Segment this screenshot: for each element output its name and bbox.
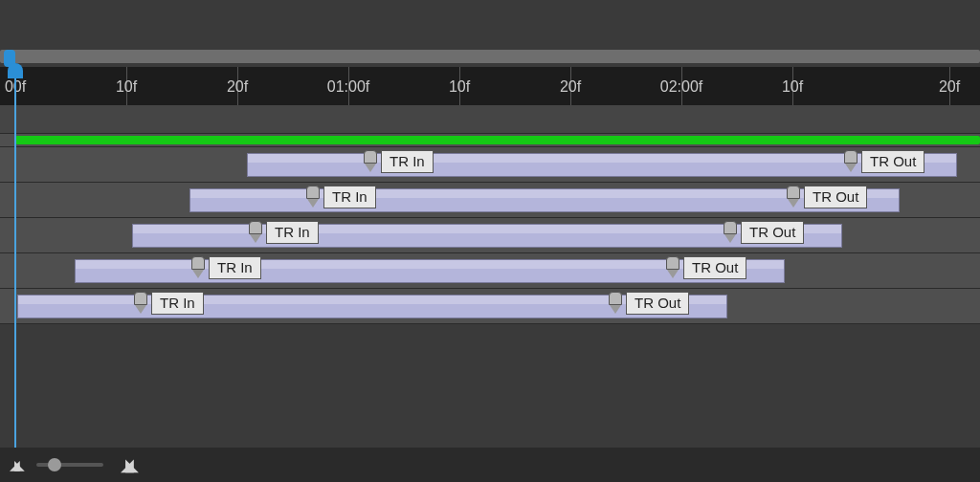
track-row: TR InTR Out bbox=[0, 289, 980, 324]
marker-tr-out[interactable]: TR Out bbox=[607, 292, 689, 317]
marker-label: TR In bbox=[209, 256, 261, 279]
track-row-header bbox=[0, 105, 980, 134]
marker-pin-icon bbox=[664, 256, 681, 281]
playhead-line[interactable] bbox=[14, 67, 16, 448]
track-row: TR InTR Out bbox=[0, 183, 980, 218]
track-row: TR InTR Out bbox=[0, 147, 980, 183]
marker-tr-out[interactable]: TR Out bbox=[785, 186, 867, 210]
marker-pin-icon bbox=[722, 221, 739, 246]
work-area-bar[interactable] bbox=[15, 136, 980, 144]
ruler-tick-label: 20f bbox=[227, 78, 248, 96]
marker-tr-in[interactable]: TR In bbox=[189, 256, 261, 281]
marker-label: TR Out bbox=[861, 150, 924, 173]
ruler-tick-label: 01:00f bbox=[327, 78, 369, 96]
marker-tr-out[interactable]: TR Out bbox=[722, 221, 804, 246]
ruler-tick-label: 10f bbox=[116, 78, 137, 96]
zoom-slider-knob[interactable] bbox=[48, 458, 61, 471]
marker-pin-icon bbox=[189, 256, 207, 281]
marker-pin-icon bbox=[842, 150, 859, 175]
empty-tracks-area bbox=[0, 325, 980, 448]
zoom-slider[interactable] bbox=[36, 463, 103, 467]
ruler-tick-label: 20f bbox=[560, 78, 581, 96]
work-area-row bbox=[0, 134, 980, 147]
marker-tr-in[interactable]: TR In bbox=[304, 186, 376, 210]
marker-pin-icon bbox=[304, 186, 322, 210]
zoom-out-icon[interactable]: ◢◣ bbox=[10, 457, 19, 472]
marker-tr-in[interactable]: TR In bbox=[247, 221, 319, 246]
scrubber-track[interactable] bbox=[0, 50, 980, 63]
marker-tr-in[interactable]: TR In bbox=[362, 150, 434, 175]
marker-pin-icon bbox=[132, 292, 149, 317]
marker-pin-icon bbox=[785, 186, 802, 210]
marker-label: TR Out bbox=[741, 221, 804, 244]
marker-tr-in[interactable]: TR In bbox=[132, 292, 204, 317]
track-row: TR InTR Out bbox=[0, 218, 980, 253]
ruler-tick-label: 20f bbox=[939, 78, 960, 96]
playhead-handle[interactable] bbox=[8, 63, 23, 78]
marker-pin-icon bbox=[362, 150, 379, 175]
marker-tr-out[interactable]: TR Out bbox=[842, 150, 924, 175]
marker-label: TR In bbox=[323, 186, 376, 208]
track-row: TR InTR Out bbox=[0, 253, 980, 289]
time-ruler[interactable]: 00f10f20f01:00f10f20f02:00f10f20f bbox=[0, 67, 980, 105]
bottom-toolbar: ◢◣ ◢◣ bbox=[0, 448, 980, 482]
ruler-tick-label: 10f bbox=[449, 78, 470, 96]
timeline-panel: 00f10f20f01:00f10f20f02:00f10f20f TR InT… bbox=[0, 0, 980, 482]
marker-label: TR Out bbox=[804, 186, 867, 208]
marker-pin-icon bbox=[247, 221, 264, 246]
zoom-in-icon[interactable]: ◢◣ bbox=[121, 454, 130, 475]
ruler-tick-label: 02:00f bbox=[660, 78, 702, 96]
marker-pin-icon bbox=[607, 292, 624, 317]
marker-label: TR In bbox=[266, 221, 319, 244]
marker-label: TR Out bbox=[683, 256, 746, 279]
marker-label: TR In bbox=[381, 150, 434, 173]
tracks-area: TR InTR OutTR InTR OutTR InTR OutTR InTR… bbox=[0, 105, 980, 324]
ruler-tick-label: 10f bbox=[782, 78, 803, 96]
marker-tr-out[interactable]: TR Out bbox=[664, 256, 746, 281]
marker-label: TR Out bbox=[626, 292, 689, 315]
marker-label: TR In bbox=[151, 292, 204, 315]
